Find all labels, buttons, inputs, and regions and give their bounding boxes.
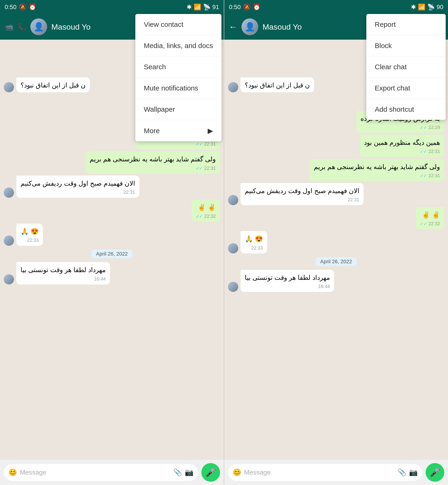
mute-icon-1: 🔕 <box>19 3 26 11</box>
list-item: همین دیگه منظورم همین بود 22:31 ✓✓ <box>360 135 444 157</box>
time-1: 0:50 <box>5 3 16 11</box>
list-item: الان فهمیدم صبح اول وقت ردیفش می‌کنیم 22… <box>240 183 364 205</box>
menu-item-block[interactable]: Block <box>366 35 446 56</box>
table-row: مهرداد لطفا هر وقت تونستی بیا 16:44 <box>228 270 444 292</box>
menu-label-wallpaper: Wallpaper <box>144 105 175 113</box>
bluetooth-icon-1: ✱ <box>187 3 192 11</box>
msg-tick: ✓✓ <box>196 214 203 219</box>
menu-item-add-shortcut[interactable]: Add shortcut <box>366 99 446 120</box>
menu-label-view-contact: View contact <box>144 21 184 28</box>
msg-timestamp: 22:33 <box>245 245 263 251</box>
message-input-container-1: 😊 Message 📎 📷 <box>4 464 198 481</box>
msg-text: الان فهمیدم صبح اول وقت ردیفش می‌کنیم <box>245 187 359 195</box>
camera-icon-1[interactable]: 📷 <box>185 468 193 476</box>
mute-icon-2: 🔕 <box>243 3 251 11</box>
msg-timestamp: 22:29 ✓✓ <box>360 124 440 131</box>
attach-icon-2[interactable]: 📎 <box>398 468 406 476</box>
emoji-icon-2[interactable]: 😊 <box>233 468 241 476</box>
emoji-icon-1[interactable]: 😊 <box>8 468 17 476</box>
bluetooth-icon-2: ✱ <box>411 3 416 11</box>
panel-2: 0:50 🔕 ⏰ ✱ 📶 📡 90 ← 👤 Masoud Yo 📹 📞 ⋮ Re… <box>224 0 448 485</box>
signal-icon-2: 📶 <box>418 3 425 11</box>
msg-timestamp: 22:32 ✓✓ <box>196 213 216 219</box>
list-item: ن قبل از این اتفاق نبود؟ <box>16 78 90 92</box>
msg-text: ✌️ ✌️ <box>198 204 216 211</box>
avatar <box>228 282 238 292</box>
message-input-container-2: 😊 Message 📎 📷 <box>228 464 422 481</box>
mic-button-2[interactable]: 🎤 <box>426 463 444 482</box>
menu-item-report[interactable]: Report <box>366 14 446 35</box>
avatar <box>228 82 238 92</box>
menu-item-more[interactable]: More ▶ <box>135 120 221 141</box>
menu-item-view-contact[interactable]: View contact <box>135 14 221 35</box>
msg-text: 🙏 😍 <box>245 235 263 242</box>
mic-icon-2: 🎤 <box>430 468 440 477</box>
msg-timestamp: 22:31 <box>245 196 359 203</box>
input-bar-1: 😊 Message 📎 📷 🎤 <box>0 459 224 485</box>
avatar-face-2: 👤 <box>245 22 255 32</box>
video-call-icon-1[interactable]: 📹 <box>5 23 13 31</box>
battery-2: 90 <box>437 3 443 11</box>
msg-text: مهرداد لطفا هر وقت تونستی بیا <box>245 274 330 281</box>
avatar <box>4 82 14 92</box>
msg-timestamp: 22:31 ✓✓ <box>140 141 216 147</box>
menu-label-more: More <box>144 127 160 135</box>
list-item: ✌️ ✌️ 22:32 ✓✓ <box>416 207 444 229</box>
list-item: ✌️ ✌️ 22:32 ✓✓ <box>192 200 220 222</box>
status-left-2: 0:50 🔕 ⏰ <box>229 3 260 11</box>
date-separator-1: April 26, 2022 <box>91 250 133 258</box>
menu-label-mute: Mute notifications <box>144 84 198 92</box>
contact-avatar-2[interactable]: 👤 <box>241 18 258 35</box>
menu-item-media-links-docs[interactable]: Media, links, and docs <box>135 35 221 56</box>
attach-icon-1[interactable]: 📎 <box>173 468 182 476</box>
menu-item-clear-chat[interactable]: Clear chat <box>366 56 446 78</box>
status-left-1: 0:50 🔕 ⏰ <box>5 3 36 11</box>
alarm-icon-1: ⏰ <box>29 3 36 11</box>
mic-button-1[interactable]: 🎤 <box>201 463 220 482</box>
menu-item-mute[interactable]: Mute notifications <box>135 78 221 99</box>
menu-label-search: Search <box>144 63 166 71</box>
avatar <box>4 188 14 198</box>
msg-text: ن قبل از این اتفاق نبود؟ <box>21 82 86 89</box>
back-button-2[interactable]: ← <box>229 22 237 32</box>
status-right-1: ✱ 📶 📡 91 <box>187 3 219 11</box>
panel-1: 0:50 🔕 ⏰ ✱ 📶 📡 91 📹 📞 👤 Masoud Yo ⋮ View… <box>0 0 224 485</box>
msg-tick: ✓✓ <box>420 173 427 178</box>
status-bar-1: 0:50 🔕 ⏰ ✱ 📶 📡 91 <box>0 0 224 14</box>
menu-label-clear-chat: Clear chat <box>375 63 407 71</box>
list-item: ولی گفتم شاید بهتر باشه یه نظرسنجی هم بر… <box>310 159 444 181</box>
msg-tick: ✓✓ <box>420 221 427 226</box>
menu-label-report: Report <box>375 21 396 28</box>
table-row: همین دیگه منظورم همین بود 22:31 ✓✓ <box>228 135 444 157</box>
msg-timestamp: 22:31 ✓✓ <box>314 172 440 179</box>
menu-item-export-chat[interactable]: Export chat <box>366 78 446 99</box>
list-item: مهرداد لطفا هر وقت تونستی بیا 16:44 <box>240 270 334 292</box>
message-placeholder-1[interactable]: Message <box>20 469 171 476</box>
avatar <box>4 235 14 246</box>
table-row: 🙏 😍 22:33 <box>4 224 220 246</box>
call-icon-1[interactable]: 📞 <box>17 23 26 31</box>
menu-item-wallpaper[interactable]: Wallpaper <box>135 99 221 120</box>
date-label-2: April 26, 2022 <box>320 258 352 264</box>
msg-timestamp: 16:44 <box>21 276 106 282</box>
table-row: مهرداد لطفا هر وقت تونستی بیا 16:44 <box>4 262 220 284</box>
table-row: الان فهمیدم صبح اول وقت ردیفش می‌کنیم 22… <box>4 176 220 198</box>
menu-item-search[interactable]: Search <box>135 56 221 78</box>
menu-label-export-chat: Export chat <box>375 84 410 92</box>
message-placeholder-2[interactable]: Message <box>244 469 395 476</box>
table-row: ولی گفتم شاید بهتر باشه یه نظرسنجی هم بر… <box>228 159 444 181</box>
msg-tick: ✓✓ <box>420 149 427 154</box>
msg-text: مهرداد لطفا هر وقت تونستی بیا <box>21 266 106 274</box>
msg-timestamp: 22:31 ✓✓ <box>364 148 440 155</box>
contact-avatar-1[interactable]: 👤 <box>30 18 47 35</box>
table-row: ✌️ ✌️ 22:32 ✓✓ <box>228 207 444 229</box>
battery-1: 91 <box>212 3 219 11</box>
menu-label-add-shortcut: Add shortcut <box>375 105 414 113</box>
msg-tick: ✓✓ <box>196 142 203 146</box>
table-row: ولی گفتم شاید بهتر باشه یه نظرسنجی هم بر… <box>4 151 220 173</box>
avatar <box>4 274 14 284</box>
msg-text: همین دیگه منظورم همین بود <box>364 139 440 146</box>
msg-text: ✌️ ✌️ <box>422 211 440 219</box>
camera-icon-2[interactable]: 📷 <box>409 468 418 476</box>
msg-timestamp: 22:32 ✓✓ <box>420 220 440 227</box>
